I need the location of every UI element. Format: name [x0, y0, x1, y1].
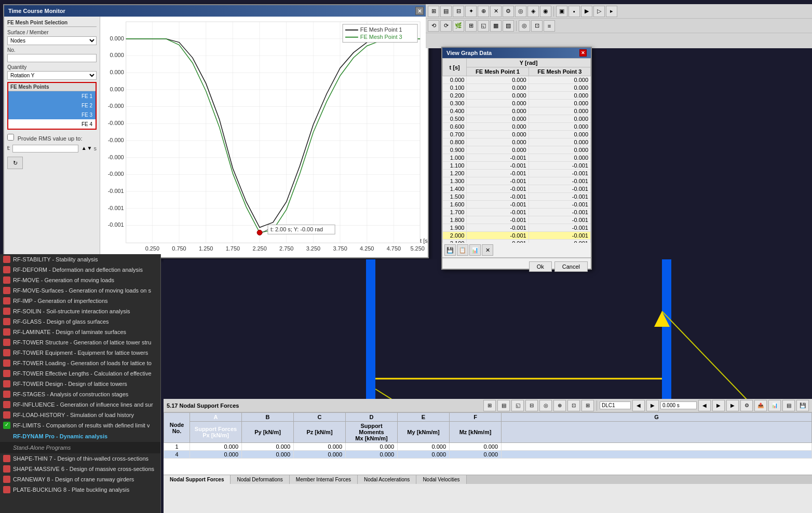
sidebar-item-19[interactable]: SHAPE-THIN 7 - Design of thin-walled cro… [0, 453, 160, 464]
sidebar-item-4[interactable]: RF-IMP - Generation of imperfections [0, 296, 160, 306]
no-input[interactable] [7, 54, 97, 62]
load-case-input[interactable] [600, 401, 631, 409]
svg-text:t [s]: t [s] [420, 238, 428, 244]
prev-time-btn[interactable]: ◀ [698, 400, 711, 411]
sidebar-item-5[interactable]: RF-SOILIN - Soil-structure interaction a… [0, 306, 160, 316]
tool-btn-2[interactable]: ▤ [440, 6, 452, 17]
bottom-tool-5[interactable]: ◎ [539, 400, 552, 411]
sidebar-item-0[interactable]: RF-STABILITY - Stability analysis [0, 254, 160, 265]
sidebar-icon: ✓ [3, 422, 10, 429]
fe-mesh-item-3[interactable]: FE 3 [8, 110, 96, 119]
tool-btn-30[interactable]: ≡ [544, 20, 555, 32]
vgd-tool-4[interactable]: ✕ [482, 244, 493, 256]
tool-btn-24[interactable]: ⊞ [465, 20, 477, 32]
bottom-tool-2[interactable]: ▤ [497, 400, 510, 411]
vgd-table-container[interactable]: t [s] Y [rad] FE Mesh Point 1 FE Mesh Po… [442, 58, 591, 243]
result-row[interactable]: 4 0.000 0.000 0.000 0.000 0.000 0.000 [164, 451, 812, 459]
time-input[interactable] [660, 401, 697, 409]
tool-btn-11[interactable]: ▣ [556, 6, 567, 17]
tool-btn-12[interactable]: ▪ [569, 6, 580, 17]
tool-btn-15[interactable]: ▸ [606, 6, 617, 17]
sidebar-item-21[interactable]: CRANEWAY 8 - Design of crane runway gird… [0, 474, 160, 484]
sidebar-item-3[interactable]: RF-MOVE-Surfaces - Generation of moving … [0, 285, 160, 296]
vgd-ok-button[interactable]: Ok [529, 261, 552, 272]
tool-btn-4[interactable]: ✦ [465, 6, 477, 17]
chart-btn[interactable]: 📊 [768, 400, 781, 411]
tool-btn-1[interactable]: ⊞ [428, 6, 439, 17]
sidebar-item-7[interactable]: RF-LAMINATE - Design of laminate surface… [0, 327, 160, 337]
rms-checkbox[interactable] [7, 134, 14, 141]
tool-btn-7[interactable]: ⚙ [503, 6, 514, 17]
config-btn[interactable]: ⚙ [740, 400, 753, 411]
next-btn[interactable]: ▶ [646, 400, 659, 411]
bottom-tool-8[interactable]: ⊞ [581, 400, 594, 411]
sidebar-item-2[interactable]: RF-MOVE - Generation of moving loads [0, 275, 160, 285]
sidebar-item-20[interactable]: SHAPE-MASSIVE 6 - Design of massive cros… [0, 464, 160, 474]
prev-btn[interactable]: ◀ [632, 400, 645, 411]
tab-member-internal[interactable]: Member Internal Forces [290, 475, 358, 484]
tab-nodal-vel[interactable]: Nodal Velocities [416, 475, 466, 484]
tool-btn-25[interactable]: ◱ [478, 20, 489, 32]
tool-btn-23[interactable]: 🌿 [453, 20, 464, 32]
sidebar-item-11[interactable]: RF-TOWER Effective Lengths - Calculation… [0, 368, 160, 379]
bottom-tool-7[interactable]: ⊡ [567, 400, 580, 411]
vgd-close-button[interactable]: ✕ [579, 49, 587, 57]
tcm-close-button[interactable]: ✕ [415, 7, 424, 15]
sidebar-item-13[interactable]: RF-STAGES - Analysis of construction sta… [0, 389, 160, 399]
sidebar-item-15[interactable]: RF-LOAD-HISTORY - Simulation of load his… [0, 410, 160, 420]
fe-mesh-item-1[interactable]: FE 1 [8, 91, 96, 101]
refresh-button[interactable]: ↻ [7, 157, 23, 169]
quantity-select[interactable]: Rotation Y [7, 71, 97, 80]
sidebar-item-10[interactable]: RF-TOWER Loading - Generation of loads f… [0, 358, 160, 368]
tool-btn-26[interactable]: ▦ [490, 20, 502, 32]
table-btn[interactable]: ▤ [782, 400, 795, 411]
bottom-tool-4[interactable]: ⊟ [525, 400, 538, 411]
sidebar-item-12[interactable]: RF-TOWER Design - Design of lattice towe… [0, 379, 160, 389]
tool-btn-9[interactable]: ◈ [527, 6, 539, 17]
tool-btn-3[interactable]: ⊟ [453, 6, 464, 17]
bottom-tool-6[interactable]: ⊕ [553, 400, 566, 411]
sidebar-item-22[interactable]: PLATE-BUCKLING 8 - Plate buckling analys… [0, 484, 160, 495]
sidebar-item-label: RF-TOWER Structure - Generation of latti… [13, 339, 151, 345]
tool-btn-29[interactable]: ⊡ [531, 20, 543, 32]
save-btn[interactable]: 💾 [796, 400, 809, 411]
bottom-tool-3[interactable]: ◱ [511, 400, 524, 411]
tool-btn-14[interactable]: ▷ [593, 6, 605, 17]
result-row[interactable]: 1 0.000 0.000 0.000 0.000 0.000 0.000 [164, 443, 812, 451]
col-b-sub: Py [kN/m] [242, 422, 294, 443]
tab-nodal-deform[interactable]: Nodal Deformations [231, 475, 289, 484]
sidebar-item-8[interactable]: RF-TOWER Structure - Generation of latti… [0, 337, 160, 348]
tool-btn-27[interactable]: ▧ [503, 20, 514, 32]
sidebar-item-18[interactable]: Stand-Alone Programs [0, 442, 160, 453]
sidebar-item-9[interactable]: RF-TOWER Equipment - Equipment for latti… [0, 348, 160, 358]
tab-nodal-support[interactable]: Nodal Support Forces [164, 475, 231, 484]
vgd-cancel-button[interactable]: Cancel [554, 261, 588, 272]
vgd-tool-3[interactable]: 📊 [469, 244, 481, 256]
bottom-tool-1[interactable]: ⊞ [483, 400, 496, 411]
tool-btn-5[interactable]: ⊕ [478, 6, 489, 17]
surface-select[interactable]: Nodes [7, 36, 97, 45]
play-btn[interactable]: ▶ [726, 400, 739, 411]
sidebar-item-label: RF-INFLUENCE - Generation of influence l… [13, 401, 153, 408]
vgd-tool-1[interactable]: 💾 [444, 244, 456, 256]
tool-btn-21[interactable]: ⟲ [428, 20, 439, 32]
tab-nodal-accel[interactable]: Nodal Accelerations [358, 475, 416, 484]
fe-mesh-item-4[interactable]: FE 4 [8, 119, 96, 129]
vgd-tool-2[interactable]: 📋 [457, 244, 468, 256]
export-btn[interactable]: 📤 [754, 400, 767, 411]
tool-btn-8[interactable]: ◎ [515, 6, 526, 17]
sidebar-item-16[interactable]: ✓RF-LIMITS - Comparison of results with … [0, 420, 160, 431]
tool-btn-22[interactable]: ⟳ [440, 20, 452, 32]
next-time-btn[interactable]: ▶ [712, 400, 725, 411]
sidebar-item-1[interactable]: RF-DEFORM - Deformation and deflection a… [0, 265, 160, 275]
fe-mesh-item-2[interactable]: FE 2 [8, 101, 96, 110]
vgd-titlebar: View Graph Data ✕ [442, 48, 591, 58]
rms-input[interactable] [12, 145, 78, 152]
tool-btn-13[interactable]: ▶ [581, 6, 592, 17]
tool-btn-28[interactable]: ◎ [519, 20, 530, 32]
sidebar-item-17[interactable]: RF-DYNAM Pro - Dynamic analysis [0, 431, 160, 442]
sidebar-item-14[interactable]: RF-INFLUENCE - Generation of influence l… [0, 399, 160, 410]
tool-btn-6[interactable]: ✕ [490, 6, 502, 17]
sidebar-item-6[interactable]: RF-GLASS - Design of glass surfaces [0, 316, 160, 327]
tool-btn-10[interactable]: ◉ [540, 6, 551, 17]
